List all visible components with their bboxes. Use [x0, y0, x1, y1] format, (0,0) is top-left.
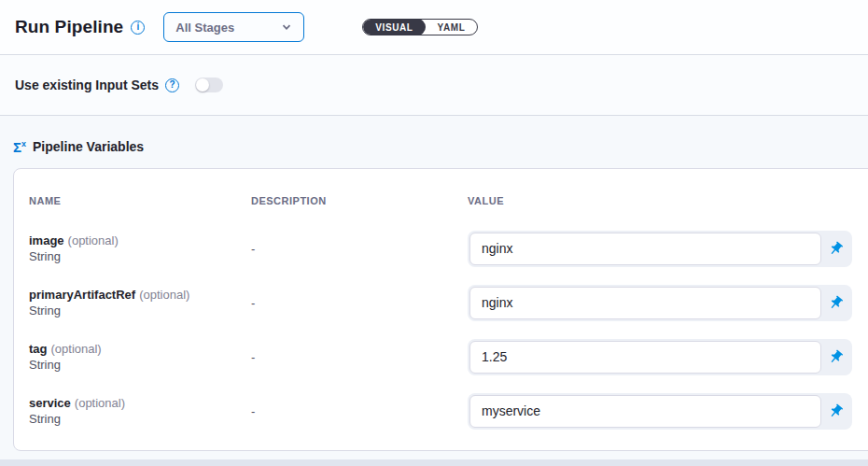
- value-input-group: [468, 393, 852, 430]
- column-header-value: VALUE: [468, 195, 852, 206]
- variables-card: NAME DESCRIPTION VALUE image(optional) S…: [13, 168, 868, 451]
- variable-description-cell: -: [251, 404, 468, 418]
- pin-button[interactable]: [821, 341, 850, 374]
- input-sets-row: Use existing Input Sets ?: [0, 55, 868, 115]
- pipeline-variables-section: Σx Pipeline Variables NAME DESCRIPTION V…: [0, 116, 868, 459]
- variable-name-cell: service(optional) String: [29, 395, 251, 427]
- chevron-down-icon: [281, 21, 292, 33]
- variable-value-input[interactable]: [469, 233, 821, 265]
- column-header-description: DESCRIPTION: [251, 195, 468, 206]
- pin-icon: [828, 349, 844, 365]
- page-title: Run Pipeline: [15, 17, 123, 37]
- dialog-header: Run Pipeline i All Stages VISUAL YAML: [0, 0, 868, 54]
- variable-value-cell: [468, 339, 852, 375]
- stage-selector-value: All Stages: [175, 21, 234, 35]
- input-sets-toggle[interactable]: [195, 78, 223, 92]
- table-row: image(optional) String -: [29, 221, 852, 275]
- tab-visual[interactable]: VISUAL: [363, 19, 425, 35]
- visual-yaml-toggle: VISUAL YAML: [362, 19, 478, 35]
- variable-description-cell: -: [251, 350, 468, 364]
- section-title: Pipeline Variables: [33, 139, 144, 154]
- input-sets-label: Use existing Input Sets: [15, 78, 159, 92]
- pin-button[interactable]: [821, 287, 850, 319]
- table-row: primaryArtifactRef(optional) String -: [29, 275, 852, 330]
- stage-selector-dropdown[interactable]: All Stages: [163, 12, 304, 42]
- pin-button[interactable]: [821, 395, 850, 428]
- sigma-variables-icon: Σx: [13, 140, 26, 154]
- table-row: service(optional) String -: [29, 384, 852, 438]
- toggle-knob: [196, 78, 209, 92]
- pin-icon: [828, 241, 844, 257]
- value-input-group: [468, 285, 852, 321]
- value-input-group: [468, 339, 852, 375]
- variable-value-input[interactable]: [469, 395, 821, 428]
- table-row: tag(optional) String -: [29, 330, 852, 384]
- variable-name-cell: primaryArtifactRef(optional) String: [29, 287, 251, 318]
- help-icon[interactable]: ?: [165, 78, 179, 92]
- table-header-row: NAME DESCRIPTION VALUE: [29, 195, 852, 206]
- variable-description-cell: -: [251, 296, 468, 310]
- pin-icon: [828, 403, 844, 419]
- variable-value-input[interactable]: [469, 341, 821, 374]
- tab-yaml[interactable]: YAML: [426, 19, 478, 35]
- bottom-strip: [0, 459, 868, 466]
- pin-button[interactable]: [821, 233, 850, 265]
- variable-value-cell: [468, 285, 852, 321]
- variable-value-cell: [468, 231, 852, 267]
- variable-name-cell: image(optional) String: [29, 233, 251, 264]
- info-icon[interactable]: i: [131, 21, 145, 35]
- pin-icon: [828, 295, 844, 311]
- variable-value-input[interactable]: [469, 287, 821, 319]
- run-pipeline-dialog: Run Pipeline i All Stages VISUAL YAML Us…: [0, 0, 868, 466]
- variable-value-cell: [468, 393, 852, 430]
- column-header-name: NAME: [29, 195, 251, 206]
- variable-name-cell: tag(optional) String: [29, 341, 251, 373]
- value-input-group: [468, 231, 852, 267]
- section-title-row: Σx Pipeline Variables: [0, 116, 868, 168]
- variable-description-cell: -: [251, 242, 468, 256]
